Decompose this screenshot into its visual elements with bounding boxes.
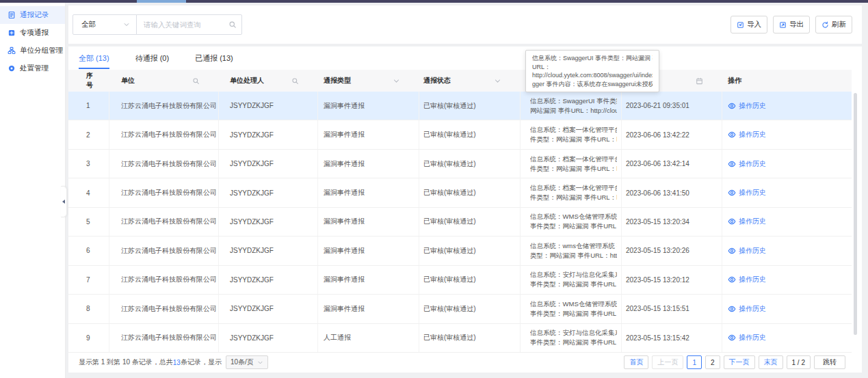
table-row[interactable]: 5江苏云涌电子科技股份有限公司JSYYDZKJGF漏洞事件通报已审核(审核通过)… xyxy=(68,208,852,237)
table-row[interactable]: 7江苏云涌电子科技股份有限公司JSYYDZKJGF漏洞事件通报已审核(审核通过)… xyxy=(68,266,852,295)
chevron-icon[interactable] xyxy=(393,77,400,85)
search-icon[interactable] xyxy=(228,21,237,29)
sidebar-collapse-handle[interactable] xyxy=(61,186,67,217)
last-page-button[interactable]: 末页 xyxy=(759,355,783,369)
cell-report-content: 信息系统：wms仓储管理系统 事件类型：网站漏洞 事件URL：http://..… xyxy=(521,237,622,265)
cell-handler: JSYYDZKJGF xyxy=(219,150,318,178)
summary-prefix: 显示第 1 到第 10 条记录，总共 xyxy=(79,357,173,367)
table-row[interactable]: 8江苏云涌电子科技股份有限公司JSYYDZKJGF漏洞事件通报已审核(审核通过)… xyxy=(68,295,852,323)
summary-suffix: 条记录，显示 xyxy=(181,357,222,367)
tab-notified[interactable]: 已通报 (13) xyxy=(195,46,233,70)
operation-history-link[interactable]: 操作历史 xyxy=(728,304,766,314)
operation-history-label: 操作历史 xyxy=(739,159,766,169)
cell-report-content: 信息系统：WMS仓储管理系统V1.0事件类型：网站漏洞 事件URL：h... xyxy=(521,295,622,323)
event-content-tooltip: 信息系统：SwaggerUI 事件类型：网站漏洞 事件URL：http://cl… xyxy=(525,50,659,92)
cell-unit: 江苏云涌电子科技股份有限公司 xyxy=(109,266,219,294)
sidebar-item-label: 通报记录 xyxy=(20,10,49,20)
page-button-1[interactable]: 1 xyxy=(687,355,702,369)
chevron-icon[interactable] xyxy=(494,77,501,85)
cell-report-type: 漏洞事件通报 xyxy=(318,237,419,265)
cell-report-type: 漏洞事件通报 xyxy=(318,266,419,294)
table-row[interactable]: 1江苏云涌电子科技股份有限公司JSYYDZKJGF漏洞事件通报已审核(审核通过)… xyxy=(68,92,852,120)
eye-icon xyxy=(728,247,736,255)
search-input[interactable] xyxy=(136,14,242,35)
table-row[interactable]: 3江苏云涌电子科技股份有限公司JSYYDZKJGF漏洞事件通报已审核(审核通过)… xyxy=(68,150,852,178)
import-button-label: 导入 xyxy=(747,20,761,29)
cell-actions: 操作历史 xyxy=(722,237,852,265)
pagination: 显示第 1 到第 10 条记录，总共13条记录，显示 10条/页 首页 上一页 … xyxy=(68,353,862,373)
sidebar-item-label: 专项通报 xyxy=(20,28,49,38)
cell-index: 9 xyxy=(68,324,109,352)
calendar-icon[interactable] xyxy=(696,77,703,85)
cell-handler: JSYYDZKJGF xyxy=(219,120,318,148)
operation-history-link[interactable]: 操作历史 xyxy=(728,101,766,111)
table-body: 1江苏云涌电子科技股份有限公司JSYYDZKJGF漏洞事件通报已审核(审核通过)… xyxy=(68,92,852,353)
cell-report-time: 2023-05-15 13:15:51 xyxy=(622,295,722,323)
sidebar-item-special[interactable]: 专项通报 xyxy=(0,24,65,42)
cell-index: 6 xyxy=(68,237,109,265)
operation-history-link[interactable]: 操作历史 xyxy=(728,333,766,342)
prev-page-button[interactable]: 上一页 xyxy=(652,355,683,369)
operation-history-label: 操作历史 xyxy=(739,333,766,342)
content-line: 事件类型：网站漏洞 事件URL：h... xyxy=(530,309,617,319)
page-size-select[interactable]: 10条/页 xyxy=(226,355,268,369)
cell-report-content: 信息系统：安灯与信息化采集系统事件类型：网站漏洞 事件URL：h... xyxy=(521,266,622,294)
cell-report-content: 信息系统：WMS仓储管理系统V1.0事件类型：网站漏洞 事件URL：h... xyxy=(521,208,622,236)
content-line: 事件类型：网站漏洞 事件URL：h... xyxy=(530,338,617,347)
content-line: 件类型：网站漏洞 事件URL：http... xyxy=(530,193,617,202)
sidebar-item-groups[interactable]: 单位分组管理 xyxy=(0,42,65,59)
cell-unit: 江苏云涌电子科技股份有限公司 xyxy=(109,150,219,178)
export-button-label: 导出 xyxy=(789,20,804,29)
sidebar-item-records[interactable]: 通报记录 xyxy=(0,6,65,24)
sidebar-item-disposal[interactable]: 处置管理 xyxy=(0,59,65,77)
cell-report-time: 2023-06-06 13:42:22 xyxy=(622,120,722,148)
operation-history-link[interactable]: 操作历史 xyxy=(728,130,766,139)
tab-all[interactable]: 全部 (13) xyxy=(79,46,109,70)
cell-actions: 操作历史 xyxy=(722,266,852,294)
cell-handler: JSYYDZKJGF xyxy=(219,178,318,206)
table-scrollbar-thumb[interactable] xyxy=(854,93,857,335)
content-line: 信息系统：安灯与信息化采集系统 xyxy=(530,328,617,338)
eye-icon xyxy=(728,334,736,342)
search-icon[interactable] xyxy=(291,77,299,85)
operation-history-link[interactable]: 操作历史 xyxy=(728,188,766,198)
tooltip-line: http://cloud.yytek.com:8008/swagger/ui/i… xyxy=(532,71,653,80)
cell-report-status: 已审核(审核通过) xyxy=(419,92,521,120)
table-row[interactable]: 6江苏云涌电子科技股份有限公司JSYYDZKJGF漏洞事件通报已审核(审核通过)… xyxy=(68,237,852,265)
cell-report-type: 漏洞事件通报 xyxy=(318,92,419,120)
operation-history-link[interactable]: 操作历史 xyxy=(728,217,766,226)
operation-history-link[interactable]: 操作历史 xyxy=(728,159,766,169)
table-row[interactable]: 4江苏云涌电子科技股份有限公司JSYYDZKJGF漏洞事件通报已审核(审核通过)… xyxy=(68,178,852,207)
search-box xyxy=(136,14,242,35)
content-line: 事件类型：网站漏洞 事件URL：h... xyxy=(530,280,617,289)
cell-report-time: 2023-05-15 13:20:26 xyxy=(622,237,722,265)
eye-icon xyxy=(728,217,736,226)
import-button[interactable]: 导入 xyxy=(731,16,767,33)
cell-handler: JSYYDZKJGF xyxy=(219,208,318,236)
operation-history-link[interactable]: 操作历史 xyxy=(728,246,766,256)
page-button-2[interactable]: 2 xyxy=(705,355,720,369)
refresh-button[interactable]: 刷新 xyxy=(815,16,852,33)
column-header: 通报类型 xyxy=(318,70,419,92)
tab-pending[interactable]: 待通报 (0) xyxy=(135,46,170,70)
jump-button[interactable]: 跳转 xyxy=(814,355,845,369)
operation-history-label: 操作历史 xyxy=(739,217,766,226)
cell-report-content: 信息系统：档案一体化管理平台 事件类型：网站漏洞 事件URL：http... xyxy=(521,120,622,148)
table-row[interactable]: 9江苏云涌电子科技股份有限公司JSYYDZKJGF人工通报已审核(审核通过)信息… xyxy=(68,324,852,353)
first-page-button[interactable]: 首页 xyxy=(624,355,648,369)
operation-history-label: 操作历史 xyxy=(739,304,766,314)
table-row[interactable]: 2江苏云涌电子科技股份有限公司JSYYDZKJGF漏洞事件通报已审核(审核通过)… xyxy=(68,120,852,149)
cell-actions: 操作历史 xyxy=(722,150,852,178)
column-header-label: 单位处理人 xyxy=(230,76,264,85)
export-button[interactable]: 导出 xyxy=(773,16,810,33)
operation-history-link[interactable]: 操作历史 xyxy=(728,275,766,284)
browser-top-strip xyxy=(0,0,868,3)
content-line: 信息系统：SwaggerUI 事件类型： xyxy=(530,96,617,106)
column-header: 单位处理人 xyxy=(219,70,318,92)
import-icon xyxy=(737,21,744,29)
sidebar: 通报记录专项通报单位分组管理处置管理 xyxy=(0,3,66,378)
column-header-label: 通报类型 xyxy=(324,76,351,85)
category-select[interactable]: 全部 xyxy=(73,14,137,35)
next-page-button[interactable]: 下一页 xyxy=(724,355,755,369)
search-icon[interactable] xyxy=(192,77,200,85)
